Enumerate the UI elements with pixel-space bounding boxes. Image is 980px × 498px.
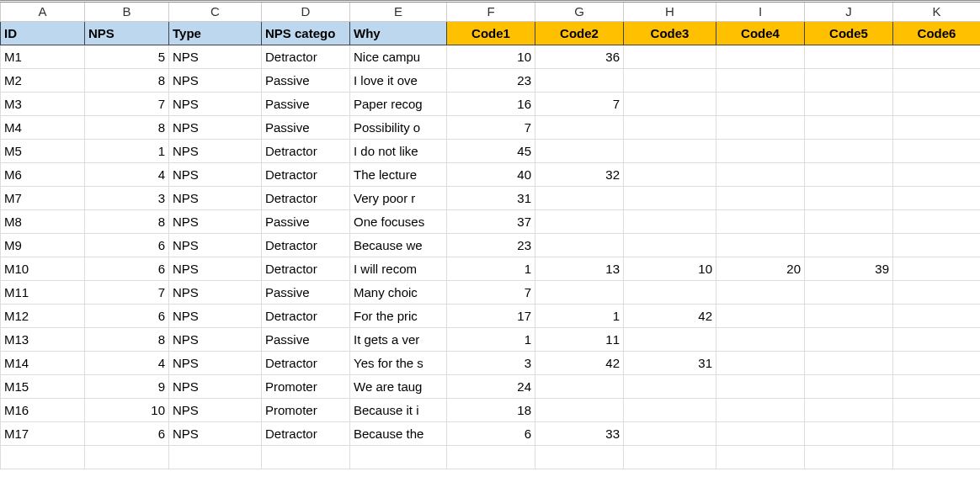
cell-code4[interactable]	[716, 351, 805, 374]
grid-table[interactable]: ABCDEFGHIJK IDNPSTypeNPS categoWhyCode1C…	[0, 3, 980, 469]
cell-code6[interactable]	[893, 304, 981, 327]
empty-cell[interactable]	[716, 445, 805, 469]
cell-code6[interactable]	[893, 186, 981, 209]
cell-id[interactable]: M7	[1, 186, 85, 209]
cell-category[interactable]: Passive	[262, 327, 350, 351]
cell-code5[interactable]	[805, 139, 893, 162]
cell-code3[interactable]: 42	[624, 304, 716, 327]
cell-category[interactable]: Detractor	[262, 421, 350, 445]
cell-why[interactable]: Paper recog	[350, 92, 447, 115]
cell-code4[interactable]	[716, 374, 805, 398]
cell-category[interactable]: Passive	[262, 280, 350, 304]
cell-code2[interactable]	[535, 139, 624, 162]
cell-why[interactable]: I do not like	[350, 139, 447, 162]
cell-code5[interactable]: 39	[805, 257, 893, 280]
cell-code6[interactable]	[893, 374, 981, 398]
cell-category[interactable]: Passive	[262, 115, 350, 139]
header-code3[interactable]: Code3	[624, 21, 716, 45]
cell-nps[interactable]: 8	[85, 209, 169, 233]
cell-code3[interactable]: 10	[624, 257, 716, 280]
cell-code2[interactable]: 36	[535, 45, 624, 68]
cell-code3[interactable]	[624, 280, 716, 304]
cell-code1[interactable]: 10	[447, 45, 535, 68]
cell-type[interactable]: NPS	[169, 304, 262, 327]
cell-type[interactable]: NPS	[169, 68, 262, 92]
cell-code2[interactable]: 13	[535, 257, 624, 280]
cell-id[interactable]: M12	[1, 304, 85, 327]
cell-type[interactable]: NPS	[169, 186, 262, 209]
cell-code5[interactable]	[805, 374, 893, 398]
cell-type[interactable]: NPS	[169, 209, 262, 233]
header-code1[interactable]: Code1	[447, 21, 535, 45]
cell-type[interactable]: NPS	[169, 374, 262, 398]
cell-code5[interactable]	[805, 68, 893, 92]
column-header-F[interactable]: F	[447, 3, 535, 21]
header-code5[interactable]: Code5	[805, 21, 893, 45]
cell-nps[interactable]: 6	[85, 257, 169, 280]
cell-code2[interactable]	[535, 233, 624, 257]
cell-why[interactable]: I will recom	[350, 257, 447, 280]
cell-code6[interactable]	[893, 233, 981, 257]
cell-code6[interactable]	[893, 139, 981, 162]
column-header-G[interactable]: G	[535, 3, 624, 21]
cell-code2[interactable]: 33	[535, 421, 624, 445]
cell-code4[interactable]	[716, 45, 805, 68]
header-nps[interactable]: NPS	[85, 21, 169, 45]
cell-code6[interactable]	[893, 257, 981, 280]
empty-cell[interactable]	[805, 445, 893, 469]
cell-why[interactable]: One focuses	[350, 209, 447, 233]
header-code2[interactable]: Code2	[535, 21, 624, 45]
cell-why[interactable]: Nice campu	[350, 45, 447, 68]
cell-code3[interactable]	[624, 139, 716, 162]
cell-code5[interactable]	[805, 421, 893, 445]
header-why[interactable]: Why	[350, 21, 447, 45]
cell-code1[interactable]: 6	[447, 421, 535, 445]
cell-code1[interactable]: 7	[447, 280, 535, 304]
cell-why[interactable]: It gets a ver	[350, 327, 447, 351]
cell-id[interactable]: M11	[1, 280, 85, 304]
cell-code6[interactable]	[893, 398, 981, 421]
cell-id[interactable]: M4	[1, 115, 85, 139]
cell-code4[interactable]	[716, 186, 805, 209]
cell-code5[interactable]	[805, 186, 893, 209]
cell-code1[interactable]: 37	[447, 209, 535, 233]
cell-nps[interactable]: 6	[85, 304, 169, 327]
cell-category[interactable]: Promoter	[262, 374, 350, 398]
cell-nps[interactable]: 10	[85, 398, 169, 421]
cell-category[interactable]: Detractor	[262, 45, 350, 68]
cell-why[interactable]: I love it ove	[350, 68, 447, 92]
cell-code5[interactable]	[805, 304, 893, 327]
cell-id[interactable]: M17	[1, 421, 85, 445]
cell-id[interactable]: M5	[1, 139, 85, 162]
cell-code2[interactable]	[535, 115, 624, 139]
cell-code5[interactable]	[805, 327, 893, 351]
cell-code6[interactable]	[893, 351, 981, 374]
cell-code4[interactable]: 20	[716, 257, 805, 280]
cell-code4[interactable]	[716, 68, 805, 92]
cell-code4[interactable]	[716, 209, 805, 233]
cell-code6[interactable]	[893, 327, 981, 351]
column-header-D[interactable]: D	[262, 3, 350, 21]
cell-code4[interactable]	[716, 280, 805, 304]
cell-code2[interactable]	[535, 398, 624, 421]
cell-nps[interactable]: 7	[85, 280, 169, 304]
cell-code3[interactable]	[624, 374, 716, 398]
header-code4[interactable]: Code4	[716, 21, 805, 45]
cell-code1[interactable]: 45	[447, 139, 535, 162]
cell-code2[interactable]	[535, 209, 624, 233]
cell-id[interactable]: M8	[1, 209, 85, 233]
cell-category[interactable]: Passive	[262, 92, 350, 115]
cell-id[interactable]: M13	[1, 327, 85, 351]
cell-code6[interactable]	[893, 280, 981, 304]
cell-category[interactable]: Detractor	[262, 351, 350, 374]
cell-code3[interactable]	[624, 186, 716, 209]
cell-code3[interactable]	[624, 68, 716, 92]
empty-cell[interactable]	[624, 445, 716, 469]
cell-category[interactable]: Passive	[262, 68, 350, 92]
empty-cell[interactable]	[893, 445, 981, 469]
cell-code2[interactable]: 32	[535, 162, 624, 186]
cell-id[interactable]: M16	[1, 398, 85, 421]
cell-code1[interactable]: 16	[447, 92, 535, 115]
cell-code6[interactable]	[893, 92, 981, 115]
cell-code4[interactable]	[716, 92, 805, 115]
